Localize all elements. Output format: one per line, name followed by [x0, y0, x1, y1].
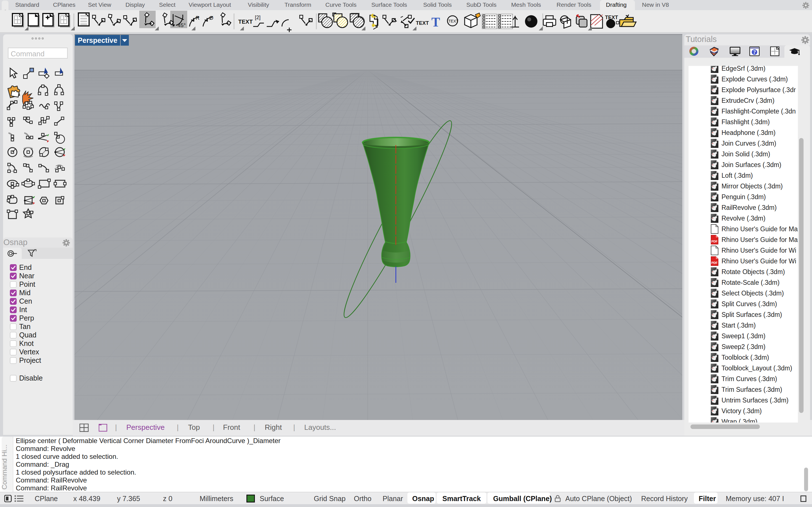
svg-text:?: ?: [753, 49, 756, 55]
svg-text:PDF: PDF: [711, 240, 718, 243]
svg-text:Ø: Ø: [209, 15, 213, 21]
svg-text:TEXT: TEXT: [238, 18, 253, 25]
svg-text:[2]: [2]: [255, 15, 260, 20]
svg-text:PDF: PDF: [711, 261, 718, 265]
svg-text:45°: 45°: [177, 22, 186, 28]
svg-text:T: T: [432, 15, 440, 29]
svg-text:R: R: [196, 15, 200, 21]
svg-text:TEXT: TEXT: [416, 20, 429, 26]
svg-text:TEXT: TEXT: [448, 19, 458, 23]
